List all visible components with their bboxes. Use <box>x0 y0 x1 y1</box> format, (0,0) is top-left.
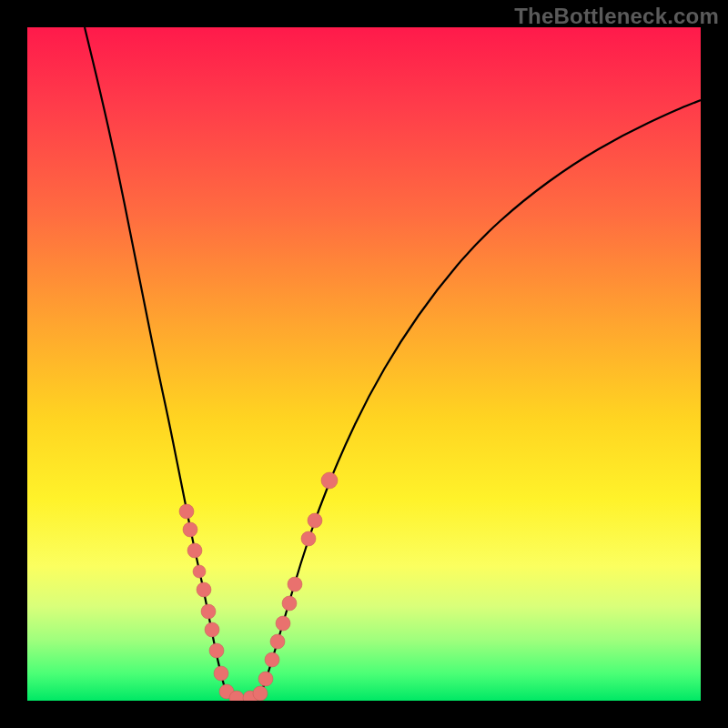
bead-marker <box>258 672 273 686</box>
bead-marker <box>187 543 202 558</box>
watermark-text: TheBottleneck.com <box>514 4 719 29</box>
bead-marker <box>179 504 194 519</box>
plot-area <box>27 27 701 701</box>
bead-marker <box>193 565 206 578</box>
bead-marker <box>301 531 316 546</box>
bead-marker <box>265 652 279 667</box>
bead-marker <box>183 522 197 537</box>
curve-layer <box>27 27 701 701</box>
bead-marker <box>205 622 219 637</box>
bead-cluster <box>179 472 338 701</box>
bead-marker <box>276 616 290 631</box>
bead-marker <box>288 577 302 592</box>
bead-marker <box>197 582 211 597</box>
v-curve <box>85 27 701 699</box>
bead-marker <box>308 513 322 528</box>
bead-marker <box>209 643 224 658</box>
bead-marker <box>253 686 268 701</box>
bead-marker <box>214 666 228 681</box>
bead-marker <box>321 472 338 489</box>
chart-frame: TheBottleneck.com <box>0 0 728 728</box>
bead-marker <box>282 596 297 611</box>
bead-marker <box>201 604 216 619</box>
bead-marker <box>270 634 285 649</box>
